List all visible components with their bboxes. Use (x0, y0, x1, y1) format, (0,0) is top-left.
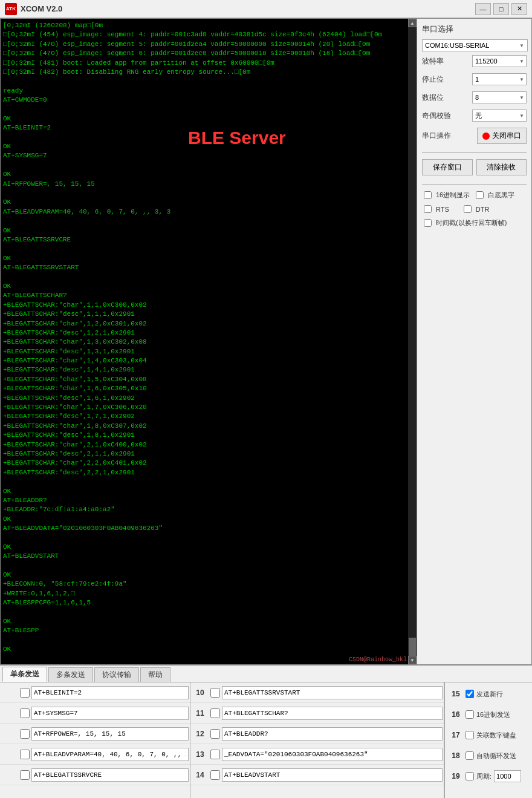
close-window-button[interactable]: ✕ (511, 3, 527, 15)
row-input-mid-3[interactable] (222, 727, 443, 741)
row-check-2[interactable] (20, 708, 30, 718)
save-clear-row: 保存窗口 清除接收 (422, 159, 527, 175)
baud-rate-row: 波特率 115200 (422, 55, 527, 67)
parity-wrapper[interactable]: 无 (472, 110, 527, 122)
parity-label: 奇偶校验 (422, 111, 451, 121)
opt-num-16: 16 (449, 710, 463, 719)
minimize-button[interactable]: — (475, 3, 491, 15)
opt-check-16[interactable] (465, 710, 474, 719)
opt-check-18[interactable] (465, 751, 474, 760)
opt-label-16: 16进制发送 (476, 710, 510, 719)
terminal-scrollbar[interactable]: ▲ ▼ (408, 19, 417, 664)
maximize-button[interactable]: □ (493, 3, 509, 15)
row-check-1[interactable] (20, 688, 30, 698)
port-ops-row: 串口操作 关闭串口 (422, 128, 527, 144)
row-check-mid-3[interactable] (210, 729, 220, 739)
stop-bits-row: 停止位 1 (422, 73, 527, 85)
timestamp-checkbox[interactable] (424, 219, 432, 227)
close-port-button[interactable]: 关闭串口 (477, 128, 527, 144)
send-row-mid-3: 12 (190, 724, 444, 744)
close-port-label: 关闭串口 (492, 131, 521, 141)
rts-checkbox[interactable] (424, 205, 432, 213)
terminal-area[interactable]: [0;32mI (1260208) map□[0m □[0;32mI (454)… (1, 19, 417, 664)
app-logo: ATK (5, 3, 17, 15)
row-check-5[interactable] (20, 770, 30, 780)
scroll-thumb[interactable] (409, 638, 416, 656)
app-title: XCOM V2.0 (21, 4, 62, 13)
row-input-mid-5[interactable] (222, 768, 443, 782)
clear-recv-button[interactable]: 清除接收 (476, 159, 527, 175)
send-row-2 (0, 703, 190, 724)
opt-check-17[interactable] (465, 731, 474, 739)
tab-help[interactable]: 帮助 (140, 667, 170, 682)
com-port-wrapper[interactable]: COM16:USB-SERIAL (422, 39, 527, 51)
row-check-mid-5[interactable] (210, 770, 220, 780)
title-bar-left: ATK XCOM V2.0 (5, 3, 62, 15)
opt-label-18: 自动循环发送 (476, 751, 516, 760)
opt-label-15: 发送新行 (476, 690, 503, 699)
scroll-up-button[interactable]: ▲ (408, 19, 417, 27)
parity-select[interactable]: 无 (472, 110, 527, 122)
tab-multi-send[interactable]: 多条发送 (48, 667, 93, 682)
row-input-mid-2[interactable] (222, 707, 443, 720)
red-dot-icon (482, 132, 490, 140)
right-panel: 串口选择 COM16:USB-SERIAL 波特率 115200 停止位 1 (417, 19, 531, 664)
baud-rate-select[interactable]: 115200 (472, 55, 527, 67)
tab-protocol[interactable]: 协议传输 (94, 667, 139, 682)
opt-row-5: 19 周期: (449, 767, 528, 785)
send-row-mid-2: 11 (190, 703, 444, 724)
send-row-mid-1: 10 (190, 682, 444, 703)
baud-rate-wrapper[interactable]: 115200 (472, 55, 527, 67)
rts-label: RTS (436, 206, 449, 213)
send-grid: 10 11 12 13 14 (0, 682, 532, 798)
com-port-select[interactable]: COM16:USB-SERIAL (422, 39, 528, 51)
row-num-mid-3: 12 (192, 730, 209, 738)
stop-bits-select[interactable]: 1 (472, 73, 527, 85)
row-check-3[interactable] (20, 729, 30, 739)
row-input-2[interactable] (31, 707, 189, 720)
port-ops-label: 串口操作 (422, 131, 451, 141)
dtr-label: DTR (476, 206, 490, 213)
parity-row: 奇偶校验 无 (422, 110, 527, 122)
scroll-down-button[interactable]: ▼ (408, 656, 417, 664)
row-check-mid-4[interactable] (210, 750, 220, 759)
period-input[interactable] (494, 770, 521, 782)
opt-num-17: 17 (449, 731, 463, 739)
data-bits-wrapper[interactable]: 8 (472, 91, 527, 103)
row-check-4[interactable] (20, 750, 30, 759)
stop-bits-wrapper[interactable]: 1 (472, 73, 527, 85)
row-input-3[interactable] (31, 727, 189, 741)
terminal-output: [0;32mI (1260208) map□[0m □[0;32mI (454)… (3, 21, 414, 664)
left-send-column (0, 682, 190, 798)
send-row-mid-4: 13 (190, 744, 444, 765)
scroll-track[interactable] (408, 27, 417, 656)
opt-check-15[interactable] (465, 690, 474, 698)
watermark: CSDN@Rainbow_bkl (349, 656, 407, 663)
timestamp-label: 时间戳(以换行回车断帧) (436, 218, 507, 227)
dtr-checkbox[interactable] (464, 205, 472, 213)
tab-single-send[interactable]: 单条发送 (2, 667, 47, 682)
row-input-4[interactable] (31, 748, 189, 761)
opt-row-2: 16 16进制发送 (449, 705, 528, 724)
ble-server-title: BLE Server (188, 128, 286, 148)
row-check-mid-1[interactable] (210, 688, 220, 698)
data-bits-row: 数据位 8 (422, 91, 527, 103)
save-window-button[interactable]: 保存窗口 (422, 159, 473, 175)
row-check-mid-2[interactable] (210, 708, 220, 718)
row-input-5[interactable] (31, 768, 189, 782)
row-num-mid-2: 11 (192, 709, 209, 718)
data-bits-select[interactable]: 8 (472, 91, 527, 103)
title-bar: ATK XCOM V2.0 — □ ✕ (0, 0, 532, 18)
window-controls: — □ ✕ (475, 3, 527, 15)
opt-check-19[interactable] (465, 772, 474, 780)
white-bg-checkbox[interactable] (476, 191, 484, 199)
hex-display-checkbox[interactable] (424, 191, 432, 199)
divider-2 (422, 184, 527, 185)
row-input-mid-4[interactable] (222, 748, 443, 761)
timestamp-row: 时间戳(以换行回车断帧) (422, 218, 527, 227)
opt-num-19: 19 (449, 772, 463, 780)
main-container: [0;32mI (1260208) map□[0m □[0;32mI (454)… (0, 18, 532, 665)
send-row-1 (0, 682, 190, 703)
row-input-1[interactable] (31, 686, 189, 699)
row-input-mid-1[interactable] (222, 686, 443, 699)
